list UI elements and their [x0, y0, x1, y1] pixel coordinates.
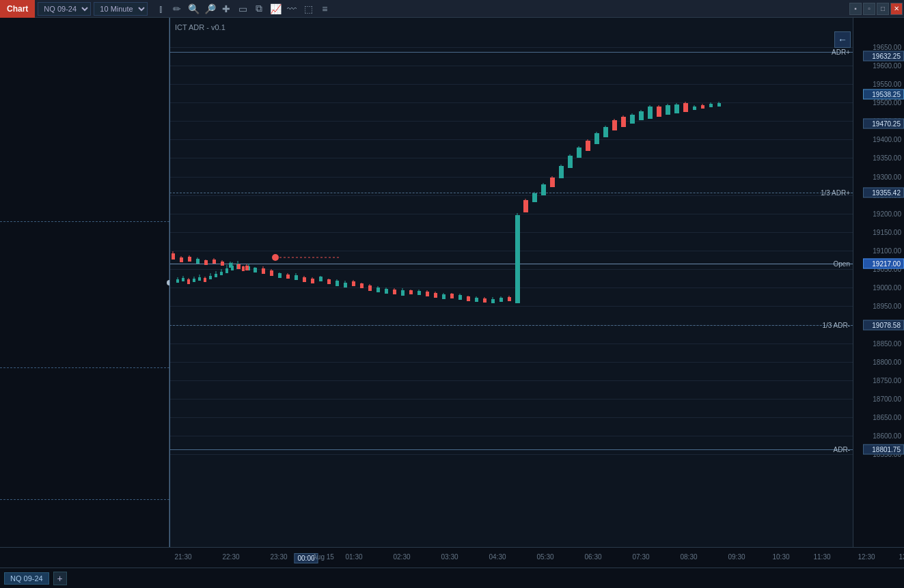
svg-rect-7: [193, 279, 195, 282]
pencil-icon[interactable]: ✏: [171, 3, 183, 14]
svg-rect-108: [491, 299, 495, 303]
svg-rect-104: [475, 298, 478, 302]
price-label-18850: 18850.00: [873, 339, 901, 347]
close-button[interactable]: ✕: [890, 3, 903, 15]
toolbar: ⫿ ✏ 🔍 🔎 ✚ ▭ ⧉ 📈 〰 ⬚ ≡: [154, 3, 849, 14]
svg-rect-120: [541, 184, 546, 195]
svg-rect-126: [568, 156, 573, 168]
price-label-18750: 18750.00: [873, 376, 901, 384]
bottom-bar: NQ 09-24 +: [0, 568, 904, 588]
price-tag-19078: 19078.58: [863, 320, 904, 330]
svg-rect-88: [409, 290, 413, 294]
svg-rect-100: [458, 295, 462, 300]
timeframe-dropdown[interactable]: 10 Minute: [94, 2, 148, 16]
svg-rect-15: [215, 274, 217, 277]
price-label-19350: 19350.00: [873, 154, 901, 162]
svg-rect-124: [559, 166, 564, 178]
svg-rect-17: [220, 272, 223, 275]
candle-group-premarket: [176, 254, 339, 284]
svg-rect-98: [450, 294, 454, 298]
svg-rect-5: [187, 279, 190, 284]
candlestick-chart: [169, 18, 853, 547]
price-label-19550: 19550.00: [873, 80, 901, 87]
plus-icon[interactable]: ✚: [220, 3, 232, 14]
time-label-1030: 10:30: [772, 553, 789, 561]
svg-rect-138: [621, 117, 626, 127]
title-bar: Chart NQ 09-24 10 Minute ⫿ ✏ 🔍 🔎 ✚ ▭ ⧉ 📈…: [0, 0, 904, 18]
svg-rect-30: [172, 253, 175, 260]
svg-rect-114: [515, 215, 520, 303]
price-label-18950: 18950.00: [873, 303, 901, 310]
instrument-tab[interactable]: NQ 09-24: [4, 572, 49, 585]
svg-rect-130: [586, 141, 590, 151]
svg-rect-64: [311, 279, 314, 283]
svg-rect-102: [467, 296, 470, 301]
svg-rect-116: [523, 200, 528, 212]
svg-rect-36: [196, 259, 200, 264]
svg-rect-140: [630, 115, 635, 124]
price-tag-19355: 19355.42: [863, 187, 904, 197]
svg-rect-32: [180, 257, 183, 262]
maximize-button[interactable]: □: [877, 3, 889, 15]
svg-rect-46: [237, 264, 241, 269]
time-label-2230: 22:30: [222, 553, 239, 561]
svg-rect-158: [709, 104, 713, 107]
zoom-in-icon[interactable]: 🔍: [187, 3, 200, 14]
svg-rect-160: [717, 103, 721, 107]
svg-rect-44: [229, 263, 232, 268]
price-tag-19217: 19217.00: [863, 259, 904, 269]
svg-rect-50: [254, 268, 257, 272]
chart-icon[interactable]: 📈: [269, 3, 282, 14]
rect-icon[interactable]: ▭: [236, 3, 249, 14]
svg-rect-110: [499, 298, 503, 302]
window-controls: ▪ ▫ □ ✕: [849, 3, 903, 15]
svg-rect-146: [657, 107, 661, 117]
restore-button[interactable]: ▫: [863, 3, 875, 15]
svg-rect-132: [594, 133, 599, 144]
svg-rect-142: [639, 111, 644, 120]
time-label-1230: 12:30: [858, 553, 875, 561]
svg-rect-136: [612, 120, 617, 130]
left-dashed-2: [0, 367, 169, 368]
table-icon[interactable]: ⧉: [253, 3, 265, 14]
svg-rect-60: [295, 275, 298, 280]
price-label-19300: 19300.00: [873, 173, 901, 180]
grid-icon[interactable]: ⬚: [302, 3, 314, 14]
time-label-0230: 02:30: [393, 553, 410, 561]
price-label-19100: 19100.00: [873, 247, 901, 255]
zoom-out-icon[interactable]: 🔎: [204, 3, 216, 14]
bars-icon[interactable]: ⫿: [154, 3, 167, 14]
chart-tab[interactable]: Chart: [0, 0, 35, 18]
price-tag-19538: 19538.25: [863, 89, 904, 100]
svg-rect-58: [286, 275, 290, 279]
svg-rect-128: [577, 148, 581, 158]
svg-rect-70: [335, 281, 339, 286]
symbol-dropdown[interactable]: NQ 09-24: [38, 2, 91, 16]
svg-rect-106: [483, 298, 487, 303]
main-chart[interactable]: ICT ADR - v0.1 ADR+ 1/3 ADR+ Open: [169, 18, 853, 547]
time-label-0130: 01:30: [345, 553, 362, 561]
svg-rect-96: [442, 294, 446, 299]
svg-rect-92: [426, 292, 429, 296]
minimize-button[interactable]: ▪: [849, 3, 862, 15]
time-label-0630: 06:30: [584, 553, 601, 561]
scroll-right-button[interactable]: ←: [834, 31, 851, 48]
price-label-19500: 19500.00: [873, 99, 901, 107]
svg-rect-152: [683, 103, 688, 112]
time-label-0330: 03:30: [441, 553, 458, 561]
svg-rect-62: [303, 277, 306, 282]
wave-icon[interactable]: 〰: [286, 3, 298, 14]
main-chart-candles: [172, 102, 721, 303]
svg-rect-72: [344, 283, 347, 288]
svg-rect-66: [319, 277, 323, 281]
time-axis-main: 21:30 22:30 23:30 00:00 Aug 15 01:30 02:…: [169, 548, 853, 568]
list-icon[interactable]: ≡: [318, 3, 331, 14]
price-label-19150: 19150.00: [873, 228, 901, 236]
svg-rect-52: [262, 268, 265, 274]
svg-rect-112: [508, 297, 511, 301]
svg-rect-25: [242, 266, 245, 271]
price-label-19600: 19600.00: [873, 61, 901, 69]
price-label-18600: 18600.00: [873, 432, 901, 440]
add-chart-button[interactable]: +: [53, 572, 67, 585]
svg-rect-134: [603, 127, 608, 137]
